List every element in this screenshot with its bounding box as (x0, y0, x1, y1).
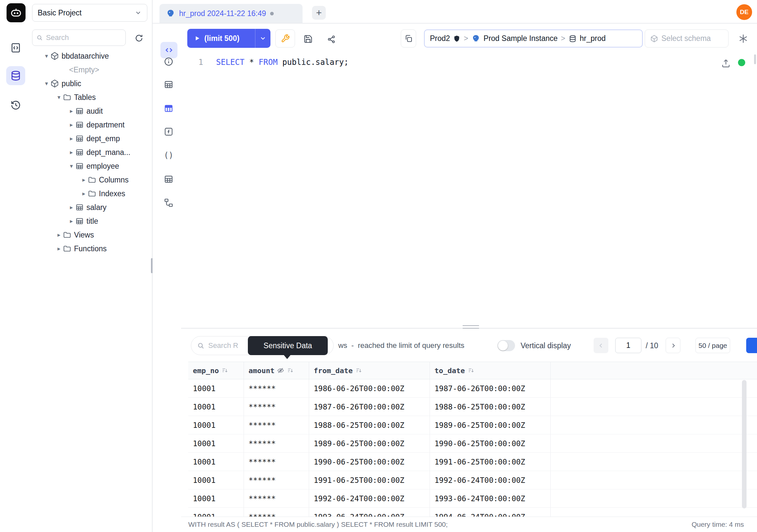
tree-item-indexes[interactable]: ▸ Indexes (31, 187, 151, 201)
tables-panel-button[interactable] (163, 78, 174, 90)
save-sheet-button[interactable] (301, 31, 316, 47)
results-scrollbar-thumb[interactable] (742, 380, 746, 508)
vertical-display-toggle[interactable] (497, 340, 515, 351)
table-row[interactable]: 10001******1993-06-24T00:00:00Z1994-06-2… (188, 508, 757, 517)
sidebar-search-input[interactable] (46, 33, 122, 42)
table-row[interactable]: 10001******1991-06-25T00:00:00Z1992-06-2… (188, 471, 757, 489)
sidebar-search[interactable] (32, 29, 126, 46)
tree-item-dept-emp[interactable]: ▸ dept_emp (31, 132, 151, 145)
editor-tab-active[interactable]: hr_prod 2024-11-22 16:49 (160, 4, 303, 23)
table-row[interactable]: 10001******1992-06-24T00:00:00Z1993-06-2… (188, 489, 757, 508)
app-rail (0, 0, 31, 532)
run-query-button[interactable]: (limit 500) (187, 29, 270, 48)
sheets-panel-button[interactable] (163, 173, 174, 185)
cell-amount: ****** (244, 379, 309, 397)
format-sql-button[interactable] (275, 29, 295, 47)
caret-icon[interactable]: ▾ (43, 80, 50, 87)
results-header-row: emp_noamountfrom_dateto_date (188, 362, 757, 379)
tree-item-functions[interactable]: ▸ Functions (31, 242, 151, 256)
select-schema-button[interactable]: Select schema (645, 29, 729, 47)
cell-from_date: 1993-06-24T00:00:00Z (309, 508, 430, 517)
tree-item-bbdataarchive[interactable]: ▾ bbdataarchive (31, 49, 151, 63)
sql-code-line[interactable]: SELECT * FROM public.salary; (216, 58, 349, 67)
table-row[interactable]: 10001******1989-06-25T00:00:00Z1990-06-2… (188, 434, 757, 453)
project-selector[interactable]: Basic Project (32, 4, 147, 22)
er-diagram-button[interactable] (163, 103, 174, 114)
column-header-amount[interactable]: amount (244, 362, 309, 379)
run-options-dropdown[interactable] (256, 35, 270, 42)
logo-robot-icon (10, 6, 23, 19)
cell-from_date: 1989-06-25T00:00:00Z (309, 434, 430, 453)
schema-diagram-button[interactable] (163, 197, 174, 209)
cell-from_date: 1991-06-25T00:00:00Z (309, 471, 430, 489)
tree-item-views[interactable]: ▸ Views (31, 228, 151, 242)
connection-context-button[interactable] (401, 29, 416, 47)
cell-filler (551, 416, 757, 434)
cell-filler (551, 471, 757, 489)
caret-icon[interactable]: ▸ (68, 149, 75, 156)
caret-icon[interactable]: ▸ (68, 108, 75, 115)
connection-breadcrumb[interactable]: Prod2 > Prod Sample Instance > hr_prod (424, 29, 643, 47)
history-nav-button[interactable] (10, 99, 22, 111)
column-header-emp_no[interactable]: emp_no (188, 362, 244, 379)
postgres-icon (166, 9, 175, 18)
caret-icon[interactable]: ▸ (80, 190, 88, 197)
refresh-schema-button[interactable] (131, 30, 147, 46)
worksheet-nav-button[interactable] (10, 42, 22, 54)
caret-icon[interactable]: ▸ (80, 176, 88, 183)
ai-assistant-button[interactable] (737, 32, 750, 45)
database-label: hr_prod (580, 34, 606, 43)
column-header-to_date[interactable]: to_date (430, 362, 551, 379)
caret-icon[interactable]: ▸ (68, 121, 75, 128)
tree-item-tables[interactable]: ▾ Tables (31, 90, 151, 104)
panel-divider-handle[interactable] (463, 325, 479, 329)
export-button-clipped[interactable] (746, 338, 757, 353)
cell-to_date: 1987-06-26T00:00:00Z (430, 379, 551, 397)
tree-item-salary[interactable]: ▸ salary (31, 201, 151, 214)
sort-icon[interactable] (355, 367, 362, 374)
caret-icon[interactable]: ▸ (68, 204, 75, 211)
eye-off-icon[interactable] (277, 367, 284, 374)
executed-query-text: WITH result AS ( SELECT * FROM public.sa… (188, 520, 448, 528)
caret-icon[interactable]: ▸ (55, 231, 63, 238)
prev-page-button[interactable] (593, 338, 608, 353)
bytebase-logo[interactable] (7, 3, 25, 22)
tree-item-dept-mana-[interactable]: ▸ dept_mana... (31, 145, 151, 159)
caret-icon[interactable]: ▸ (68, 218, 75, 225)
table-icon (164, 174, 173, 184)
tree-item-public[interactable]: ▾ public (31, 77, 151, 90)
page-size-select[interactable]: 50 / page (695, 338, 730, 353)
editor-scrollbar-thumb[interactable] (754, 54, 756, 64)
caret-icon[interactable]: ▸ (55, 245, 63, 252)
table-row[interactable]: 10001******1990-06-25T00:00:00Z1991-06-2… (188, 453, 757, 471)
sort-icon[interactable] (468, 367, 475, 374)
sort-icon[interactable] (287, 367, 294, 374)
tree-item-employee[interactable]: ▾ employee (31, 159, 151, 173)
table-row[interactable]: 10001******1986-06-26T00:00:00Z1987-06-2… (188, 379, 757, 398)
next-page-button[interactable] (666, 338, 681, 353)
caret-icon[interactable]: ▾ (55, 94, 63, 101)
table-row[interactable]: 10001******1988-06-25T00:00:00Z1989-06-2… (188, 416, 757, 434)
user-avatar[interactable]: DE (736, 4, 752, 20)
tree-item-audit[interactable]: ▸ audit (31, 104, 151, 118)
share-sheet-button[interactable] (324, 32, 339, 47)
caret-icon[interactable]: ▾ (68, 163, 75, 170)
cell-emp_no: 10001 (188, 471, 244, 489)
new-tab-button[interactable]: + (312, 6, 326, 20)
functions-panel-button[interactable] (163, 126, 174, 138)
upload-sql-button[interactable] (720, 58, 732, 69)
procedures-panel-button[interactable]: () (163, 149, 174, 161)
cell-emp_no: 10001 (188, 489, 244, 508)
caret-icon[interactable]: ▸ (68, 135, 75, 142)
tree-item-title[interactable]: ▸ title (31, 214, 151, 228)
table-row[interactable]: 10001******1987-06-26T00:00:00Z1988-06-2… (188, 398, 757, 416)
caret-icon[interactable]: ▾ (43, 52, 50, 60)
page-number-input[interactable] (615, 338, 641, 353)
column-header-from_date[interactable]: from_date (309, 362, 430, 379)
cell-filler (551, 489, 757, 508)
database-nav-button-active[interactable] (6, 66, 25, 85)
info-panel-button[interactable] (163, 56, 174, 68)
sort-icon[interactable] (221, 367, 228, 374)
tree-item-department[interactable]: ▸ department (31, 118, 151, 132)
tree-item-columns[interactable]: ▸ Columns (31, 173, 151, 187)
